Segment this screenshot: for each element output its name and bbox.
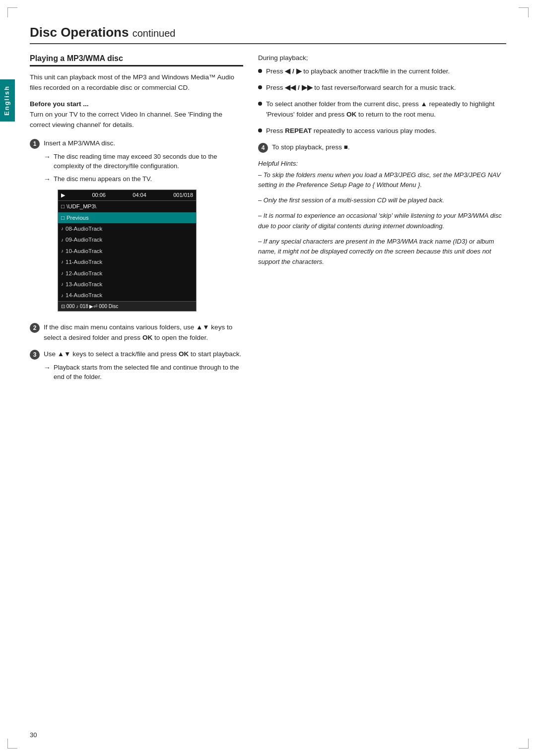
step-3-content: Use ▲▼ keys to select a track/file and p… <box>44 349 243 384</box>
bullet-item-3: To select another folder from the curren… <box>258 99 506 120</box>
bullet-text-3: To select another folder from the curren… <box>266 99 506 120</box>
music-icon-1: ♪ <box>61 236 64 244</box>
screen-mockup: ▶ 00:06 04:04 001/018 □ \UDF_MP3\ □ Prev… <box>58 189 197 312</box>
page-number: 30 <box>30 731 37 739</box>
screen-footer: ⊡ 000 ♪ 018 ▶⏎ 000 Disc <box>58 301 196 312</box>
music-icon-3: ♪ <box>61 258 64 266</box>
step-4-num: 4 <box>258 143 268 153</box>
bullet-text-2: Press ◀◀ / ▶▶ to fast reverse/forward se… <box>266 83 456 93</box>
step-3-note-1: → Playback starts from the selected file… <box>44 363 243 382</box>
page-title: Disc Operations continued <box>30 25 506 44</box>
bullet-text-4: Press REPEAT repeatedly to access variou… <box>266 126 436 136</box>
helpful-hints-text: – To skip the folders menu when you load… <box>258 170 506 267</box>
screen-row-5: ♪ 13-AudioTrack <box>58 279 196 290</box>
step-3-num: 3 <box>30 350 40 360</box>
before-start-label: Before you start ... <box>30 100 243 108</box>
step-1-num: 1 <box>30 139 40 149</box>
screen-row-1: ♪ 09-AudioTrack <box>58 234 196 245</box>
step-2-content: If the disc main menu contains various f… <box>44 322 243 343</box>
step-4: 4 To stop playback, press ■. <box>258 142 506 153</box>
right-column: During playback; Press ◀ / ▶ to playback… <box>258 54 506 267</box>
section-heading: Playing a MP3/WMA disc <box>30 54 243 66</box>
music-icon-6: ♪ <box>61 292 64 300</box>
step-4-content: To stop playback, press ■. <box>272 142 506 153</box>
step-1-content: Insert a MP3/WMA disc. → The disc readin… <box>44 138 243 317</box>
music-icon-2: ♪ <box>61 247 64 255</box>
step-2: 2 If the disc main menu contains various… <box>30 322 243 343</box>
hint-4: – If any special characters are present … <box>258 237 506 267</box>
music-icon-5: ♪ <box>61 280 64 288</box>
bullet-item-4: Press REPEAT repeatedly to access variou… <box>258 126 506 136</box>
bullet-list: Press ◀ / ▶ to playback another track/fi… <box>258 66 506 136</box>
screen-row-3: ♪ 11-AudioTrack <box>58 256 196 267</box>
during-playback: During playback; <box>258 54 506 62</box>
screen-row-6: ♪ 14-AudioTrack <box>58 290 196 301</box>
helpful-hints-title: Helpful Hints: <box>258 160 506 167</box>
bullet-dot-3 <box>258 102 262 106</box>
hint-3: – It is normal to experience an occasion… <box>258 211 506 232</box>
music-icon-4: ♪ <box>61 269 64 277</box>
bullet-text-1: Press ◀ / ▶ to playback another track/fi… <box>266 66 450 77</box>
screen-row-4: ♪ 12-AudioTrack <box>58 268 196 279</box>
arrow-icon-1: → <box>44 152 51 171</box>
folder-icon-prev: □ <box>61 213 65 222</box>
hint-1: – To skip the folders menu when you load… <box>258 170 506 191</box>
step-1: 1 Insert a MP3/WMA disc. → The disc read… <box>30 138 243 317</box>
left-column: Playing a MP3/WMA disc This unit can pla… <box>30 54 243 390</box>
bullet-dot-1 <box>258 69 262 73</box>
intro-text: This unit can playback most of the MP3 a… <box>30 72 243 93</box>
step-3: 3 Use ▲▼ keys to select a track/file and… <box>30 349 243 384</box>
screen-row-0: ♪ 08-AudioTrack <box>58 223 196 234</box>
step-1-note-1: → The disc reading time may exceed 30 se… <box>44 152 243 171</box>
screen-folder: □ \UDF_MP3\ <box>58 201 196 212</box>
bullet-dot-2 <box>258 85 262 89</box>
step-2-num: 2 <box>30 323 40 333</box>
hint-2: – Only the first session of a multi-sess… <box>258 195 506 206</box>
music-icon-0: ♪ <box>61 225 64 233</box>
arrow-icon-2: → <box>44 174 51 185</box>
bullet-dot-4 <box>258 128 262 132</box>
folder-icon: □ <box>61 202 65 211</box>
bullet-item-1: Press ◀ / ▶ to playback another track/fi… <box>258 66 506 77</box>
step-1-note-2: → The disc menu appears on the TV. <box>44 174 243 185</box>
play-icon: ▶ <box>61 191 65 200</box>
screen-row-previous: □ Previous <box>58 212 196 223</box>
arrow-icon-3: → <box>44 363 51 382</box>
bullet-item-2: Press ◀◀ / ▶▶ to fast reverse/forward se… <box>258 83 506 93</box>
before-start-text: Turn on your TV to the correct Video In … <box>30 110 243 130</box>
screen-header: ▶ 00:06 04:04 001/018 <box>58 190 196 201</box>
screen-row-2: ♪ 10-AudioTrack <box>58 246 196 256</box>
